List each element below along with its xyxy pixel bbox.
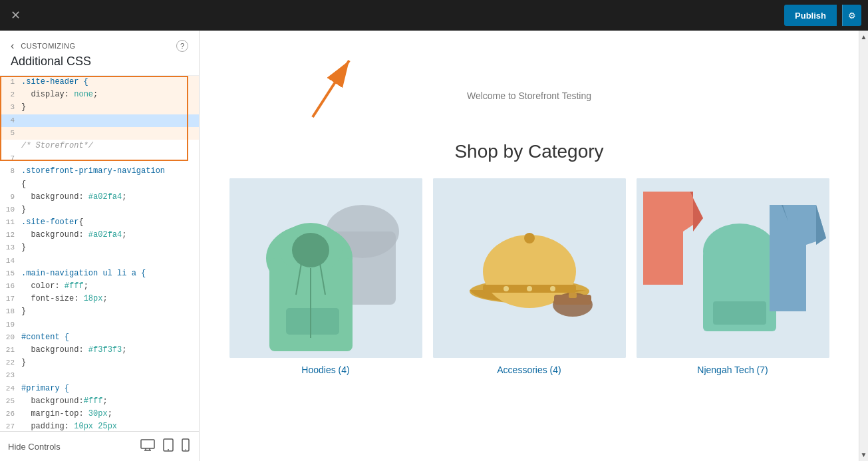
code-lines: 1 .site-header { 2 display: none; 3 } 4	[0, 76, 199, 431]
code-editor-wrapper: 1 .site-header { 2 display: none; 3 } 4	[0, 76, 199, 431]
category-label-accessories: Accessories (4)	[497, 365, 561, 375]
svg-rect-31	[569, 293, 577, 298]
sidebar-header: ‹ Customizing ? Additional CSS	[0, 31, 199, 76]
code-line-8a: 8 .storefront-primary-navigation	[0, 165, 199, 178]
code-line-26: 26 margin-top: 30px;	[0, 408, 199, 420]
scroll-up-arrow[interactable]: ▲	[859, 31, 868, 43]
svg-point-24	[524, 233, 535, 243]
code-editor[interactable]: 1 .site-header { 2 display: none; 3 } 4	[0, 76, 199, 431]
category-grid: Hoodies (4)	[216, 178, 843, 375]
svg-rect-15	[286, 308, 339, 335]
svg-point-27	[527, 286, 532, 291]
scroll-down-arrow[interactable]: ▼	[859, 448, 868, 461]
customizing-label: Customizing	[21, 42, 75, 50]
svg-rect-35	[713, 301, 766, 325]
sidebar: ‹ Customizing ? Additional CSS 1 .site-h…	[0, 31, 200, 461]
svg-point-26	[504, 286, 509, 291]
svg-point-5	[168, 449, 169, 450]
sidebar-bottom: Hide Controls	[0, 431, 199, 461]
tablet-view-button[interactable]	[162, 437, 175, 456]
code-line-20: 20 #content {	[0, 331, 199, 344]
code-line-23: 23	[0, 369, 199, 382]
category-image-hoodies	[229, 178, 422, 358]
code-line-13: 13 }	[0, 241, 199, 254]
code-line-6: /* Storefront*/	[0, 140, 199, 152]
preview-area: Welcome to Storefront Testing Shop by Ca…	[200, 31, 859, 461]
right-scrollbar: ▲ ▼	[859, 31, 868, 461]
category-image-accessories	[433, 178, 626, 358]
category-image-njengah	[637, 178, 829, 358]
shop-title: Shop by Category	[454, 141, 603, 162]
publish-settings-button[interactable]: ⚙	[842, 5, 861, 26]
code-line-11: 11 .site-footer{	[0, 216, 199, 229]
code-line-3: 3 }	[0, 101, 199, 114]
code-line-27: 27 padding: 10px 25px	[0, 420, 199, 431]
code-line-9: 9 background: #a02fa4;	[0, 191, 199, 204]
hide-controls-button[interactable]: Hide Controls	[8, 442, 61, 452]
code-line-18: 18 }	[0, 305, 199, 318]
close-button[interactable]: ✕	[7, 7, 25, 24]
code-line-14: 14	[0, 255, 199, 267]
code-line-24: 24 #primary {	[0, 383, 199, 395]
svg-rect-0	[141, 440, 154, 448]
code-line-22: 22 }	[0, 357, 199, 369]
category-link-accessories[interactable]: Accessories (4)	[497, 365, 561, 375]
code-line-16: 16 color: #fff;	[0, 280, 199, 293]
svg-point-28	[550, 286, 555, 291]
category-card-njengah: Njengah Tech (7)	[637, 178, 829, 375]
back-button[interactable]: ‹	[11, 40, 17, 52]
view-icons	[139, 437, 191, 456]
code-line-4: 4	[0, 114, 199, 127]
code-line-17: 17 font-size: 18px;	[0, 293, 199, 305]
code-line-2: 2 display: none;	[0, 88, 199, 101]
svg-point-7	[185, 449, 186, 450]
help-icon[interactable]: ?	[176, 40, 188, 52]
svg-line-9	[313, 61, 349, 117]
code-line-15: 15 .main-navigation ul li a {	[0, 267, 199, 280]
category-label-njengah: Njengah Tech (7)	[697, 365, 768, 375]
desktop-view-button[interactable]	[139, 437, 156, 456]
code-line-10: 10 }	[0, 204, 199, 216]
code-line-12: 12 background: #a02fa4;	[0, 229, 199, 241]
code-line-25: 25 background:#fff;	[0, 395, 199, 408]
code-line-21: 21 background: #f3f3f3;	[0, 344, 199, 357]
arrow-container	[226, 51, 372, 124]
top-bar: ✕ Publish ⚙	[0, 0, 868, 31]
code-line-19: 19	[0, 319, 199, 331]
code-line-8b: {	[0, 178, 199, 191]
publish-button[interactable]: Publish	[784, 5, 837, 26]
category-link-njengah[interactable]: Njengah Tech (7)	[697, 365, 768, 375]
welcome-text: Welcome to Storefront Testing	[467, 90, 591, 101]
main-layout: ‹ Customizing ? Additional CSS 1 .site-h…	[0, 31, 868, 461]
mobile-view-button[interactable]	[180, 437, 191, 456]
code-line-7: 7	[0, 152, 199, 165]
category-card-hoodies: Hoodies (4)	[229, 178, 422, 375]
code-line-1: 1 .site-header {	[0, 76, 199, 88]
section-title: Additional CSS	[11, 55, 188, 69]
svg-point-17	[292, 233, 329, 267]
category-link-hoodies[interactable]: Hoodies (4)	[301, 365, 349, 375]
category-label-hoodies: Hoodies (4)	[301, 365, 349, 375]
category-card-accessories: Accessories (4)	[433, 178, 626, 375]
code-line-5: 5	[0, 127, 199, 140]
hide-controls-label: Hide Controls	[8, 442, 61, 452]
